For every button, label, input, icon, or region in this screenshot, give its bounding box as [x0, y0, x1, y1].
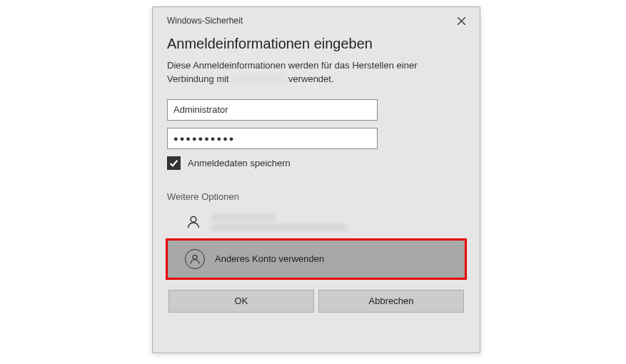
- window-title: Windows-Sicherheit: [167, 16, 243, 26]
- titlebar: Windows-Sicherheit: [153, 7, 480, 30]
- dialog-heading: Anmeldeinformationen eingeben: [167, 36, 465, 52]
- other-account-label: Anderes Konto verwenden: [215, 253, 324, 264]
- button-row: OK Abbrechen: [167, 290, 465, 313]
- remember-row: Anmeldedaten speichern: [167, 156, 465, 170]
- redacted-hostname: [233, 75, 284, 84]
- subtext-after: verwendet.: [286, 74, 333, 84]
- checkmark-icon: [169, 158, 178, 168]
- user-icon: [185, 249, 205, 269]
- user-icon: [186, 214, 201, 230]
- more-options-label: Weitere Optionen: [167, 191, 465, 202]
- other-account-row[interactable]: Anderes Konto verwenden: [166, 238, 467, 280]
- close-icon: [458, 17, 465, 25]
- cancel-button[interactable]: Abbrechen: [318, 290, 464, 313]
- username-input[interactable]: Administrator: [167, 99, 378, 121]
- ok-button[interactable]: OK: [168, 290, 314, 313]
- credentials-dialog: Windows-Sicherheit Anmeldeinformationen …: [152, 6, 480, 353]
- svg-point-2: [191, 217, 196, 223]
- password-input[interactable]: ●●●●●●●●●●: [167, 128, 378, 149]
- redacted-account-info: [211, 213, 347, 231]
- dialog-subtext: Diese Anmeldeinformationen werden für da…: [167, 59, 465, 86]
- saved-account-row[interactable]: [167, 209, 465, 238]
- username-value: Administrator: [173, 104, 228, 115]
- remember-label: Anmeldedaten speichern: [188, 158, 291, 168]
- password-value: ●●●●●●●●●●: [173, 134, 235, 143]
- close-button[interactable]: [450, 11, 473, 30]
- remember-checkbox[interactable]: [167, 156, 181, 170]
- svg-point-3: [193, 255, 197, 259]
- dialog-content: Anmeldeinformationen eingeben Diese Anme…: [153, 30, 480, 313]
